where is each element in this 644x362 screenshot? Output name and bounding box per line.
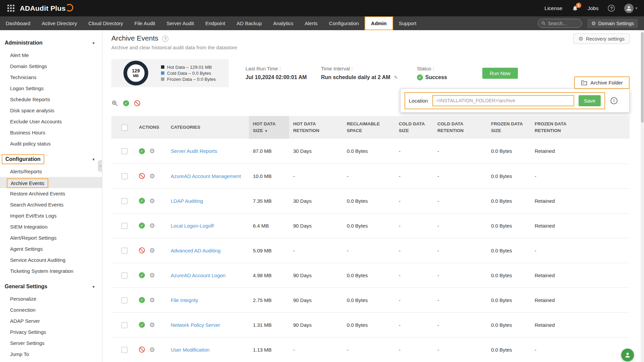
row-settings-gear-icon[interactable]: ⚙ [149,223,155,229]
tab-cloud-directory[interactable]: Cloud Directory [83,16,128,30]
sidebar-item-server-settings[interactable]: Server Settings [0,338,102,349]
column-header-reclaimable-space[interactable]: RECLAIMABLESPACE [343,116,395,139]
sidebar-section-general-settings[interactable]: General Settings▾ [0,280,102,293]
archiving-enabled-icon[interactable]: ✓ [139,198,145,204]
category-link[interactable]: AzureAD Account Logon [171,273,225,278]
sidebar-item-ticketing-system-integration[interactable]: Ticketing System Integration [0,265,102,277]
category-link[interactable]: Local Logon-Logoff [171,223,214,229]
sidebar-item-archive-events[interactable]: Archive Events [0,177,102,188]
row-settings-gear-icon[interactable]: ⚙ [149,198,155,204]
sidebar-collapse-handle[interactable]: ‹ [98,160,102,172]
app-logo[interactable]: ADAudit Plus [20,4,74,12]
row-settings-gear-icon[interactable]: ⚙ [149,173,155,179]
location-input[interactable] [432,95,574,106]
sidebar-item-service-account-auditing[interactable]: Service Account Auditing [0,254,102,265]
page-help-icon[interactable]: ? [162,36,168,42]
category-link[interactable]: AzureAD Account Management [171,173,241,179]
global-search[interactable] [538,19,582,28]
sidebar-section-configuration[interactable]: Configuration▾ [0,153,102,166]
sidebar-item-business-hours[interactable]: Business Hours [0,127,102,138]
row-checkbox[interactable] [121,223,127,229]
license-link[interactable]: License [544,5,562,11]
enable-archiving-icon[interactable]: ✓ [123,100,129,106]
category-link[interactable]: Server Audit Reports [171,148,217,154]
archiving-enabled-icon[interactable]: ✓ [139,272,145,278]
select-all-checkbox[interactable] [121,125,127,131]
sidebar-item-search-archived-events[interactable]: Search Archived Events [0,199,102,210]
recovery-settings-button[interactable]: ⚙ Recovery settings [573,34,630,44]
category-link[interactable]: LDAP Auditing [171,198,203,204]
column-header-frozen-data-size[interactable]: FROZEN DATASIZE [487,116,531,139]
row-checkbox[interactable] [121,322,127,328]
archive-folder-button[interactable]: Archive Folder [574,76,630,89]
sidebar-item-agent-settings[interactable]: Agent Settings [0,243,102,254]
tab-admin[interactable]: Admin [365,16,393,30]
column-header-cold-data-retention[interactable]: COLD DATARETENTION [433,116,487,139]
row-settings-gear-icon[interactable]: ⚙ [149,272,155,279]
sidebar-item-adap-server[interactable]: ADAP Server [0,315,102,326]
apps-grid-icon[interactable] [7,5,14,12]
notifications-bell[interactable]: 5 [572,5,578,11]
archiving-enabled-icon[interactable]: ✓ [139,223,145,229]
tab-support[interactable]: Support [393,16,422,30]
disable-archiving-icon[interactable] [134,100,140,106]
run-now-button[interactable]: Run Now [482,68,518,79]
sidebar-section-administration[interactable]: Administration▾ [0,36,102,50]
support-chat-button[interactable] [621,349,634,361]
column-header-frozen-data-retention[interactable]: FROZEN DATARETENTION [531,116,630,139]
tab-alerts[interactable]: Alerts [299,16,323,30]
category-link[interactable]: User Modification [171,347,210,353]
row-checkbox[interactable] [121,347,127,353]
user-menu[interactable]: ▾ [624,4,637,13]
archiving-disabled-icon[interactable] [139,347,145,353]
row-settings-gear-icon[interactable]: ⚙ [149,148,155,154]
sidebar-item-domain-settings[interactable]: Domain Settings [0,61,102,72]
archiving-enabled-icon[interactable]: ✓ [139,297,145,303]
help-icon[interactable]: ? [608,5,615,12]
category-link[interactable]: Network Policy Server [171,322,220,328]
sidebar-item-restore-archived-events[interactable]: Restore Archived Events [0,188,102,199]
jobs-link[interactable]: Jobs [588,5,599,11]
sidebar-item-import-evt-evtx-logs[interactable]: Import Evt/Evtx Logs [0,210,102,221]
row-checkbox[interactable] [121,297,127,303]
sidebar-item-logon-settings[interactable]: Logon Settings [0,83,102,94]
vertical-scrollbar[interactable] [641,30,644,362]
sidebar-item-technicians[interactable]: Technicians [0,72,102,83]
sidebar-item-alert-report-settings[interactable]: Alert/Report Settings [0,232,102,243]
archiving-disabled-icon[interactable] [139,173,145,179]
row-checkbox[interactable] [121,248,127,254]
tab-analytics[interactable]: Analytics [267,16,299,30]
column-header-hot-data-size[interactable]: HOT DATASIZE▼ [249,116,289,139]
tab-dashboard[interactable]: Dashboard [0,16,36,30]
tab-server-audit[interactable]: Server Audit [161,16,200,30]
row-settings-gear-icon[interactable]: ⚙ [149,322,155,328]
warning-icon[interactable]: ! [610,97,618,104]
column-header-hot-data-retention[interactable]: HOT DATARETENTION [289,116,343,139]
sidebar-item-disk-space-analysis[interactable]: Disk space analysis [0,105,102,116]
archiving-enabled-icon[interactable]: ✓ [139,148,145,154]
row-checkbox[interactable] [121,198,127,204]
column-search-icon[interactable] [111,100,118,107]
edit-schedule-icon[interactable]: ✎ [394,75,398,80]
sidebar-item-exclude-user-accounts[interactable]: Exclude User Accounts [0,116,102,127]
row-checkbox[interactable] [121,148,127,154]
sidebar-item-alerts-reports[interactable]: Alerts/Reports [0,166,102,177]
tab-endpoint[interactable]: Endpoint [200,16,231,30]
tab-ad-backup[interactable]: AD Backup [231,16,267,30]
tab-configuration[interactable]: Configuration [323,16,365,30]
save-button[interactable]: Save [579,95,601,106]
sidebar-item-privacy-settings[interactable]: Privacy Settings [0,326,102,338]
sidebar-item-schedule-reports[interactable]: Schedule Reports [0,94,102,105]
sidebar-item-personalize[interactable]: Personalize [0,293,102,304]
column-header-categories[interactable]: CATEGORIES [167,116,249,139]
category-link[interactable]: File Integrity [171,297,198,303]
sidebar-item-siem-integration[interactable]: SIEM Integration [0,221,102,232]
sidebar-item-alert-me[interactable]: Alert Me [0,50,102,61]
domain-settings-button[interactable]: ⚙ Domain Settings [587,19,638,28]
scrollbar-thumb[interactable] [641,32,644,123]
sidebar-item-connection[interactable]: Connection [0,304,102,315]
tab-file-audit[interactable]: File Audit [129,16,161,30]
row-settings-gear-icon[interactable]: ⚙ [149,297,155,303]
tab-active-directory[interactable]: Active Directory [36,16,83,30]
category-link[interactable]: Advanced AD Auditing [171,248,220,253]
